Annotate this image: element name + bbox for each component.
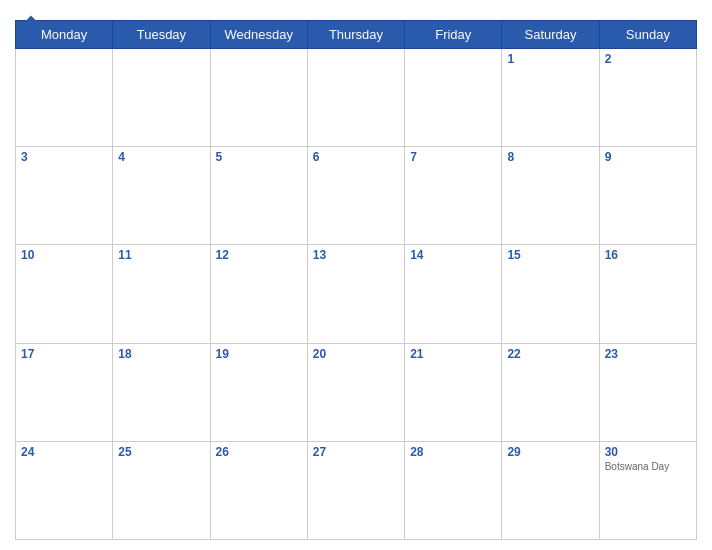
- day-number: 27: [313, 445, 399, 459]
- calendar-cell: 24: [16, 441, 113, 539]
- calendar-cell: 25: [113, 441, 210, 539]
- calendar-cell: 26: [210, 441, 307, 539]
- calendar-cell: 19: [210, 343, 307, 441]
- day-number: 3: [21, 150, 107, 164]
- day-number: 23: [605, 347, 691, 361]
- calendar-cell: 6: [307, 147, 404, 245]
- day-number: 12: [216, 248, 302, 262]
- general-blue-logo-icon: [15, 12, 47, 44]
- day-number: 30: [605, 445, 691, 459]
- calendar-cell: 2: [599, 49, 696, 147]
- calendar-table: MondayTuesdayWednesdayThursdayFridaySatu…: [15, 20, 697, 540]
- calendar-cell: [210, 49, 307, 147]
- weekday-header-thursday: Thursday: [307, 21, 404, 49]
- calendar-cell: 30Botswana Day: [599, 441, 696, 539]
- calendar-cell: 4: [113, 147, 210, 245]
- calendar-cell: [405, 49, 502, 147]
- day-number: 15: [507, 248, 593, 262]
- day-number: 2: [605, 52, 691, 66]
- calendar-cell: 23: [599, 343, 696, 441]
- calendar-cell: 27: [307, 441, 404, 539]
- day-number: 7: [410, 150, 496, 164]
- calendar-week-5: 24252627282930Botswana Day: [16, 441, 697, 539]
- day-number: 11: [118, 248, 204, 262]
- calendar-cell: 9: [599, 147, 696, 245]
- calendar-cell: 17: [16, 343, 113, 441]
- day-number: 25: [118, 445, 204, 459]
- calendar-cell: 10: [16, 245, 113, 343]
- weekday-header-tuesday: Tuesday: [113, 21, 210, 49]
- calendar-header-row: MondayTuesdayWednesdayThursdayFridaySatu…: [16, 21, 697, 49]
- day-number: 18: [118, 347, 204, 361]
- day-event: Botswana Day: [605, 461, 691, 472]
- calendar-cell: 16: [599, 245, 696, 343]
- calendar-week-1: 12: [16, 49, 697, 147]
- calendar-cell: 12: [210, 245, 307, 343]
- day-number: 22: [507, 347, 593, 361]
- weekday-header-saturday: Saturday: [502, 21, 599, 49]
- day-number: 28: [410, 445, 496, 459]
- calendar-cell: 11: [113, 245, 210, 343]
- day-number: 14: [410, 248, 496, 262]
- logo: [15, 12, 49, 44]
- calendar-cell: 28: [405, 441, 502, 539]
- day-number: 4: [118, 150, 204, 164]
- day-number: 16: [605, 248, 691, 262]
- calendar-cell: 8: [502, 147, 599, 245]
- day-number: 20: [313, 347, 399, 361]
- calendar-cell: 29: [502, 441, 599, 539]
- calendar-cell: 21: [405, 343, 502, 441]
- calendar-cell: 5: [210, 147, 307, 245]
- calendar-cell: 22: [502, 343, 599, 441]
- day-number: 26: [216, 445, 302, 459]
- calendar-cell: 15: [502, 245, 599, 343]
- day-number: 29: [507, 445, 593, 459]
- day-number: 10: [21, 248, 107, 262]
- calendar-cell: 18: [113, 343, 210, 441]
- calendar-header: [15, 10, 697, 14]
- day-number: 13: [313, 248, 399, 262]
- calendar-cell: [113, 49, 210, 147]
- calendar-cell: [16, 49, 113, 147]
- calendar-cell: [307, 49, 404, 147]
- calendar-week-4: 17181920212223: [16, 343, 697, 441]
- day-number: 24: [21, 445, 107, 459]
- day-number: 9: [605, 150, 691, 164]
- day-number: 1: [507, 52, 593, 66]
- calendar-week-2: 3456789: [16, 147, 697, 245]
- calendar-cell: 3: [16, 147, 113, 245]
- day-number: 17: [21, 347, 107, 361]
- calendar-cell: 20: [307, 343, 404, 441]
- day-number: 8: [507, 150, 593, 164]
- calendar-cell: 1: [502, 49, 599, 147]
- calendar-cell: 7: [405, 147, 502, 245]
- day-number: 6: [313, 150, 399, 164]
- weekday-header-friday: Friday: [405, 21, 502, 49]
- day-number: 21: [410, 347, 496, 361]
- calendar-cell: 13: [307, 245, 404, 343]
- svg-marker-0: [22, 16, 40, 32]
- day-number: 5: [216, 150, 302, 164]
- weekday-header-wednesday: Wednesday: [210, 21, 307, 49]
- calendar-week-3: 10111213141516: [16, 245, 697, 343]
- day-number: 19: [216, 347, 302, 361]
- weekday-header-sunday: Sunday: [599, 21, 696, 49]
- calendar-cell: 14: [405, 245, 502, 343]
